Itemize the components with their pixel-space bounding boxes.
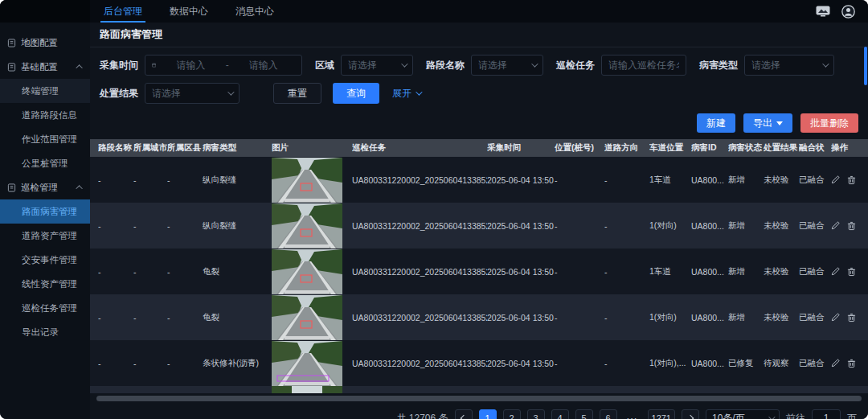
delete-icon[interactable] (847, 221, 856, 231)
cell-city: - (133, 221, 167, 231)
cell-collect-time: 2025-06-04 13:50 (487, 175, 555, 185)
sidebar-item[interactable]: 终端管理 (0, 79, 90, 103)
sidebar-item[interactable]: 线性资产管理 (0, 272, 90, 296)
road-name-select[interactable]: 请选择 (471, 55, 543, 76)
search-button[interactable]: 查询 (333, 83, 379, 104)
road-photo-thumbnail[interactable] (272, 341, 342, 386)
screen-monitor-icon[interactable] (816, 6, 830, 17)
user-avatar-icon[interactable] (841, 5, 855, 18)
expand-link-label: 展开 (392, 87, 411, 101)
road-photo-thumbnail[interactable] (272, 158, 342, 203)
road-photo-thumbnail[interactable] (272, 203, 342, 249)
cell-city: - (133, 267, 167, 277)
page-number-button[interactable]: 3 (527, 409, 545, 419)
edit-icon[interactable] (831, 313, 840, 322)
filter-result: 处置结果 请选择 (100, 83, 240, 104)
page-size-select[interactable]: 10条/页 (706, 409, 780, 419)
column-header: 所属城市 (133, 142, 167, 154)
page-number-button[interactable]: 4 (551, 409, 569, 419)
cell-result: 未校验 (764, 220, 799, 232)
cell-direction: - (604, 221, 649, 231)
column-header: 病害状态 (728, 142, 764, 154)
sidebar-item[interactable]: 交安事件管理 (0, 248, 90, 272)
cell-result: 未校验 (764, 312, 799, 323)
region-select[interactable]: 请选择 (341, 55, 413, 76)
edit-icon[interactable] (831, 267, 840, 276)
sidebar-item[interactable]: 道路路段信息 (0, 103, 90, 127)
cell-disease-type: 纵向裂缝 (203, 175, 272, 186)
table-row[interactable]: - - - 龟裂 UA800331220002_2025060413385205… (90, 294, 868, 340)
sidebar-item[interactable]: 作业范围管理 (0, 127, 90, 151)
menu-doc-icon (7, 63, 16, 72)
column-header: 路段名称 (98, 142, 133, 154)
page-number-button[interactable]: 1 (479, 409, 497, 419)
page-number-button[interactable]: ··· (624, 409, 641, 419)
table-row[interactable]: - - - 纵向裂缝 UA800331220002_20250604133852… (90, 157, 868, 203)
sidebar-item[interactable]: 巡检任务管理 (0, 296, 90, 320)
chevron-down-icon (401, 60, 407, 67)
menu-doc-icon (7, 39, 16, 47)
task-label: 巡检任务 (556, 59, 595, 72)
sidebar-item[interactable]: 公里桩管理 (0, 151, 90, 175)
sidebar-item[interactable]: 地图配置 (0, 31, 90, 55)
sidebar-item[interactable]: 导出记录 (0, 320, 90, 344)
page-number-button[interactable]: 1271 (648, 409, 675, 419)
sidebar-item-label: 基础配置 (21, 61, 58, 73)
result-select[interactable]: 请选择 (145, 83, 240, 104)
sidebar-item[interactable]: 巡检管理 (0, 175, 90, 199)
sidebar-item[interactable]: 道路资产管理 (0, 224, 90, 248)
cell-result: 未校验 (764, 175, 799, 186)
cell-task: UA800331220002_20250604133852059 (352, 359, 487, 368)
export-button[interactable]: 导出 (743, 113, 792, 133)
page-number-button[interactable]: 5 (575, 409, 593, 419)
main-content: 路面病害管理 采集时间 - (90, 23, 868, 419)
road-photo-thumbnail[interactable] (272, 249, 342, 294)
delete-icon[interactable] (847, 175, 856, 185)
edit-icon[interactable] (831, 175, 840, 184)
sidebar-item-label: 公里桩管理 (22, 158, 68, 170)
table-row[interactable]: - - - 纵向裂缝 UA800331220002_20250604133852… (90, 203, 868, 249)
date-range-input[interactable]: - (145, 55, 302, 76)
table-row[interactable]: - - - 龟裂 UA800331220002_2025060413385205… (90, 249, 868, 294)
page-number-button[interactable]: 6 (600, 409, 617, 419)
clipped-next-row (90, 386, 868, 393)
reset-button[interactable]: 重置 (273, 83, 321, 104)
table-row[interactable]: - - - 条状修补(沥青) UA800331220002_2025060413… (90, 340, 868, 386)
sidebar-item-label: 道路路段信息 (22, 109, 77, 121)
delete-icon[interactable] (847, 313, 856, 322)
task-input-box[interactable] (601, 55, 686, 76)
sidebar-item[interactable]: 路面病害管理 (0, 199, 90, 224)
sidebar-item[interactable]: 基础配置 (0, 55, 90, 79)
delete-icon[interactable] (847, 359, 856, 368)
road-photo-thumbnail[interactable] (272, 295, 342, 340)
expand-link[interactable]: 展开 (392, 87, 420, 101)
pagination: 共 12706 条 123456···1271 10条/页 前往 页 (90, 401, 868, 419)
cell-disease-type: 龟裂 (203, 312, 272, 323)
region-label: 区域 (315, 59, 334, 72)
cell-collect-time: 2025-06-04 13:50 (487, 267, 555, 277)
tab-backend-management[interactable]: 后台管理 (90, 0, 156, 23)
edit-icon[interactable] (831, 359, 840, 368)
sidebar-item-label: 道路资产管理 (22, 230, 77, 242)
delete-icon[interactable] (847, 267, 856, 277)
vertical-scrollbar-thumb[interactable] (864, 47, 867, 85)
task-input[interactable] (608, 60, 679, 71)
column-header: 道路方向 (604, 142, 649, 154)
start-date-input[interactable] (159, 60, 222, 71)
tab-message-center[interactable]: 消息中心 (222, 0, 288, 23)
next-page-button[interactable] (682, 409, 699, 419)
create-button[interactable]: 新建 (697, 113, 735, 133)
end-date-input[interactable] (232, 60, 295, 71)
edit-icon[interactable] (831, 221, 840, 230)
tab-data-center[interactable]: 数据中心 (156, 0, 222, 23)
page-number-button[interactable]: 2 (503, 409, 521, 419)
horizontal-scrollbar[interactable] (96, 396, 862, 401)
goto-page-input[interactable] (816, 413, 837, 419)
disease-type-select[interactable]: 请选择 (744, 55, 834, 76)
cell-collect-time: 2025-06-04 13:50 (487, 359, 555, 368)
cell-result: 待观察 (764, 358, 799, 369)
cell-image (272, 295, 352, 340)
prev-page-button[interactable] (455, 409, 473, 419)
chevron-up-icon (76, 64, 82, 71)
batch-delete-button[interactable]: 批量删除 (800, 113, 858, 133)
